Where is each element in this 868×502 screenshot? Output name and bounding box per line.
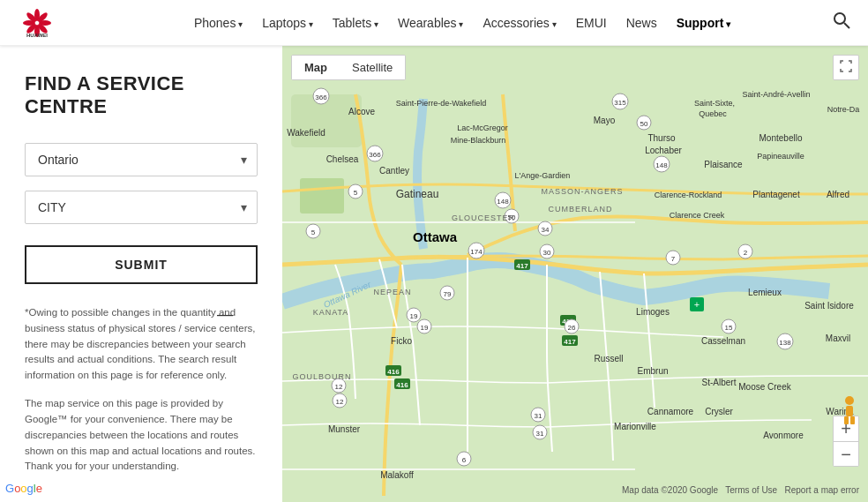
nav-support[interactable]: Support [677,16,730,30]
map-attribution: Map data ©2020 Google Terms of Use Repor… [622,485,859,495]
svg-text:30: 30 [543,249,551,257]
svg-text:Cannamore: Cannamore [647,407,694,416]
svg-text:416: 416 [396,381,408,389]
disclaimer-2: The map service on this page is provided… [25,396,258,475]
huawei-logo-icon: HUAWEI [18,4,56,42]
google-logo: Google [5,482,42,495]
svg-text:31: 31 [536,430,544,438]
svg-text:Clarence-Rockland: Clarence-Rockland [655,191,722,199]
svg-text:5: 5 [354,189,358,197]
svg-text:148: 148 [655,161,668,169]
svg-text:34: 34 [542,226,550,234]
svg-text:Papineauville: Papineauville [757,152,804,161]
svg-text:+: + [694,299,700,310]
search-icon[interactable] [833,11,850,34]
svg-text:Thurso: Thurso [647,133,676,143]
nav-news[interactable]: News [626,16,657,30]
minimize-button[interactable]: — [217,305,233,324]
nav-phones[interactable]: Phones [194,16,243,30]
svg-text:Ottawa: Ottawa [413,229,458,244]
svg-text:Plantagenet: Plantagenet [752,190,800,199]
google-g2: g [27,482,34,495]
svg-text:79: 79 [444,290,452,298]
svg-text:Alfred: Alfred [827,190,849,199]
svg-text:Avonmore: Avonmore [763,431,804,440]
svg-text:GOULBOURN: GOULBOURN [292,372,351,381]
navbar: HUAWEI Phones Laptops Tablets Wearables … [0,0,868,46]
report-link[interactable]: Report a map error [785,485,859,495]
svg-text:GLOUCESTER: GLOUCESTER [452,214,515,222]
svg-text:417: 417 [516,262,528,270]
svg-text:366: 366 [369,151,381,159]
svg-text:Russell: Russell [595,354,624,363]
svg-text:Maxvil: Maxvil [826,333,850,343]
svg-text:Saint Isidore: Saint Isidore [804,301,854,311]
disclaimer-container: — *Owing to possible changes in the quan… [25,305,258,475]
svg-rect-131 [846,406,853,416]
panel-title: FIND A SERVICE CENTRE [25,72,258,118]
svg-point-9 [834,13,845,24]
svg-text:148: 148 [497,198,509,206]
zoom-out-button[interactable]: − [834,441,858,466]
svg-text:HUAWEI: HUAWEI [26,33,48,38]
svg-text:19: 19 [421,324,429,332]
svg-text:6: 6 [462,456,467,464]
svg-text:Saint-André-Avellin: Saint-André-Avellin [743,90,811,99]
svg-rect-133 [850,416,855,424]
fullscreen-button[interactable] [833,55,859,80]
map-type-toggle: Map Satellite [291,55,406,80]
nav-tablets[interactable]: Tablets [333,16,378,30]
svg-text:174: 174 [470,248,483,256]
svg-text:NEPEAN: NEPEAN [373,288,411,296]
svg-text:L'Ange-Gardien: L'Ange-Gardien [515,171,571,180]
city-select[interactable]: CITY [25,191,258,224]
svg-text:KANATA: KANATA [313,308,349,317]
svg-rect-15 [300,178,344,214]
svg-text:CUMBERLAND: CUMBERLAND [548,205,612,214]
svg-text:Chelsea: Chelsea [326,154,359,164]
svg-text:5: 5 [311,229,316,236]
svg-text:Ficko: Ficko [391,336,412,346]
svg-text:315: 315 [614,99,626,107]
svg-text:Munster: Munster [328,424,361,434]
nav-laptops[interactable]: Laptops [262,16,313,30]
province-select-wrapper: Ontario ▾ [25,143,258,176]
svg-text:Alcove: Alcove [348,107,375,116]
logo[interactable]: HUAWEI [18,4,56,42]
svg-text:Wakefield: Wakefield [287,128,326,138]
submit-button[interactable]: SUBMIT [25,245,258,284]
google-e: e [36,482,42,495]
svg-text:416: 416 [387,368,400,376]
map-data-text: Map data ©2020 Google [622,485,718,495]
svg-text:Saint-Pierre-de-Wakefield: Saint-Pierre-de-Wakefield [396,99,487,108]
svg-text:Limoges: Limoges [636,307,670,317]
satellite-view-button[interactable]: Satellite [340,56,405,79]
svg-line-10 [844,23,849,28]
svg-text:Mine-Blackburn: Mine-Blackburn [451,136,506,145]
svg-text:26: 26 [568,324,576,332]
google-o2: o [20,482,26,495]
svg-text:Saint-Sixte,: Saint-Sixte, [694,99,735,108]
svg-text:Plaisance: Plaisance [704,160,743,169]
terms-link[interactable]: Terms of Use [725,485,777,495]
svg-text:Lac-McGregor: Lac-McGregor [457,124,508,132]
svg-text:Marionville: Marionville [614,422,656,431]
city-select-wrapper: CITY ▾ [25,191,258,224]
province-select[interactable]: Ontario [25,143,258,176]
nav-wearables[interactable]: Wearables [398,16,463,30]
svg-text:31: 31 [535,412,542,420]
svg-text:15: 15 [725,324,733,332]
map-view-button[interactable]: Map [292,56,340,79]
svg-text:138: 138 [779,339,791,347]
nav-emui[interactable]: EMUI [576,16,607,30]
svg-text:Montebello: Montebello [760,133,803,143]
svg-text:50: 50 [640,120,648,128]
svg-rect-132 [844,416,849,424]
svg-text:Cantley: Cantley [379,166,409,176]
svg-text:Embrun: Embrun [637,366,668,376]
nav-accessories[interactable]: Accessories [483,16,556,30]
side-panel: FIND A SERVICE CENTRE Ontario ▾ CITY ▾ S… [0,46,282,502]
svg-text:7: 7 [671,255,676,263]
pegman-icon[interactable] [840,396,859,431]
svg-text:2: 2 [744,249,748,257]
